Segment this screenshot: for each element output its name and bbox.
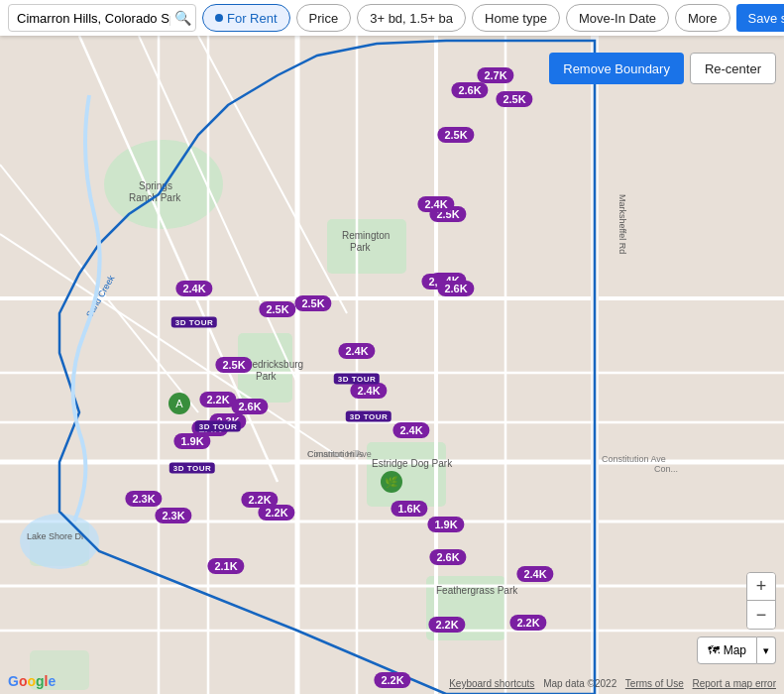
price-marker[interactable]: 2, <box>421 274 444 289</box>
search-box[interactable]: 🔍 <box>8 4 196 32</box>
price-marker[interactable]: 2.6K <box>231 399 268 414</box>
zoom-in-button[interactable]: + <box>747 573 775 601</box>
recenter-button[interactable]: Re-center <box>690 53 776 84</box>
more-filter[interactable]: More <box>675 4 730 32</box>
svg-text:Lake Shore Dr: Lake Shore Dr <box>27 531 84 541</box>
svg-text:Con...: Con... <box>654 464 678 474</box>
save-search-label: Save search <box>748 11 784 26</box>
tour-label: 3D TOUR <box>171 317 217 328</box>
price-marker[interactable]: 2.2K <box>428 617 465 633</box>
zoom-out-button[interactable]: − <box>747 601 775 629</box>
search-icon: 🔍 <box>174 10 191 26</box>
price-marker[interactable]: 2.5K <box>259 301 295 317</box>
price-marker[interactable]: 2.6K <box>451 82 488 98</box>
price-marker[interactable]: 2.2K <box>509 615 546 631</box>
search-input[interactable] <box>17 11 170 26</box>
price-marker[interactable]: 2.4K <box>516 566 553 582</box>
svg-point-27 <box>20 514 99 569</box>
svg-text:Remington: Remington <box>342 230 390 241</box>
save-search-button[interactable]: Save search <box>736 4 784 32</box>
map-attribution: Google <box>8 673 56 689</box>
map-attribution-right: Keyboard shortcuts Map data ©2022 Terms … <box>449 678 776 689</box>
tour-label: 3D TOUR <box>169 463 215 474</box>
map-type-control: 🗺 Map ▾ <box>697 636 776 664</box>
price-marker[interactable]: 2.4K <box>338 343 375 359</box>
svg-text:Feathergrass Park: Feathergrass Park <box>436 585 518 596</box>
map-overlay-controls: Remove Boundary Re-center <box>549 53 776 84</box>
map-data-label: Map data ©2022 <box>543 678 616 689</box>
price-marker[interactable]: 1.6K <box>391 501 427 517</box>
svg-text:Cimarron Hills: Cimarron Hills <box>307 449 364 459</box>
zoom-controls: + − <box>746 572 776 630</box>
price-marker[interactable]: 2.4K <box>392 422 429 438</box>
keyboard-shortcuts[interactable]: Keyboard shortcuts <box>449 678 534 689</box>
beds-baths-label: 3+ bd, 1.5+ ba <box>370 11 453 26</box>
move-in-label: Move-In Date <box>579 11 656 26</box>
home-type-label: Home type <box>485 11 547 26</box>
price-filter[interactable]: Price <box>296 4 352 32</box>
svg-text:Ranch Park: Ranch Park <box>129 192 181 203</box>
svg-text:Constitution Ave: Constitution Ave <box>602 454 666 464</box>
google-logo: Google <box>8 673 56 689</box>
report-link[interactable]: Report a map error <box>693 678 776 689</box>
park-icon: A <box>168 393 190 414</box>
map-icon: 🗺 <box>708 643 720 657</box>
price-marker[interactable]: 2.1K <box>207 558 244 574</box>
svg-rect-0 <box>0 36 784 694</box>
terms-link[interactable]: Terms of Use <box>625 678 684 689</box>
map-type-button[interactable]: 🗺 Map <box>697 636 757 664</box>
price-marker[interactable]: 2.7K <box>477 67 513 83</box>
price-marker[interactable]: 2.3K <box>155 508 191 523</box>
svg-text:Estridge Dog Park: Estridge Dog Park <box>372 458 453 469</box>
for-rent-label: For Rent <box>227 11 278 26</box>
park-icon: 🌿 <box>381 471 402 493</box>
svg-text:Park: Park <box>350 242 372 253</box>
map-type-label: Map <box>724 643 746 657</box>
svg-text:Marksheffel Rd: Marksheffel Rd <box>617 194 627 254</box>
tour-label: 3D TOUR <box>334 374 380 385</box>
price-marker[interactable]: 2.3K <box>125 491 162 507</box>
price-marker[interactable]: 2.5K <box>437 127 474 143</box>
map-background: Springs Ranch Park Fredricksburg Park Re… <box>0 36 784 694</box>
price-marker[interactable]: 2.2K <box>258 505 294 520</box>
price-marker[interactable]: 2.4K <box>350 383 387 399</box>
home-type-filter[interactable]: Home type <box>472 4 560 32</box>
for-rent-dot <box>215 14 223 22</box>
price-marker[interactable]: 2.5K <box>496 91 532 107</box>
price-label: Price <box>309 11 339 26</box>
for-rent-filter[interactable]: For Rent <box>202 4 290 32</box>
price-marker[interactable]: 2.4K <box>175 281 212 296</box>
price-marker[interactable]: 2.2K <box>374 672 410 688</box>
price-marker[interactable]: 2.5K <box>294 295 331 311</box>
beds-baths-filter[interactable]: 3+ bd, 1.5+ ba <box>357 4 466 32</box>
remove-boundary-button[interactable]: Remove Boundary <box>549 53 684 84</box>
tour-label: 3D TOUR <box>346 411 392 422</box>
move-in-filter[interactable]: Move-In Date <box>566 4 669 32</box>
header-bar: 🔍 For Rent Price 3+ bd, 1.5+ ba Home typ… <box>0 0 784 36</box>
tour-label: 3D TOUR <box>195 421 241 432</box>
more-label: More <box>688 11 718 26</box>
price-marker[interactable]: 2.4K <box>417 196 454 212</box>
svg-text:Springs: Springs <box>139 180 172 191</box>
price-marker[interactable]: 2.5K <box>215 357 252 373</box>
price-marker[interactable]: 2.6K <box>429 549 466 565</box>
map-type-chevron-button[interactable]: ▾ <box>757 636 776 664</box>
map-container[interactable]: Springs Ranch Park Fredricksburg Park Re… <box>0 36 784 694</box>
svg-text:Park: Park <box>256 371 278 382</box>
price-marker[interactable]: 1.9K <box>427 517 464 532</box>
